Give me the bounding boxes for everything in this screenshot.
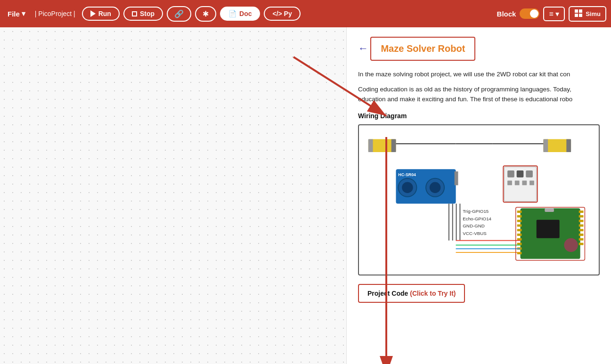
svg-rect-47 [579, 210, 584, 213]
toggle-knob [530, 9, 538, 18]
py-label: </> Py [272, 10, 292, 17]
project-label: | PicoProject | [32, 10, 78, 17]
svg-point-56 [564, 238, 578, 252]
stop-button[interactable]: Stop [123, 7, 163, 21]
bluetooth-icon: ✱ [203, 9, 209, 18]
svg-text:HC-SR04: HC-SR04 [398, 172, 416, 177]
wiring-diagram-svg: HC-SR04 Trig-GPIO15 Echo-GPIO14 GND-GND … [364, 130, 594, 268]
svg-rect-19 [455, 171, 458, 185]
click-to-try-label: (Click to Try It) [410, 290, 456, 297]
doc-file-icon: 📄 [228, 10, 236, 17]
menu-chevron-icon: ▾ [555, 10, 559, 18]
project-code-bar[interactable]: Project Code (Click to Try It) [358, 284, 465, 303]
svg-rect-42 [517, 234, 522, 236]
project-title-box: Maze Solver Robot [370, 37, 475, 61]
back-button[interactable]: ← [358, 42, 368, 55]
svg-point-16 [402, 182, 413, 193]
svg-rect-37 [517, 210, 522, 213]
run-button[interactable]: Run [82, 7, 120, 21]
svg-text:VCC-VBUS: VCC-VBUS [463, 231, 487, 236]
simu-label: Simu [586, 10, 601, 17]
svg-rect-31 [526, 170, 533, 178]
svg-rect-0 [575, 9, 578, 13]
run-label: Run [98, 10, 111, 17]
description-1: In the maze solving robot project, we wi… [358, 69, 600, 80]
svg-rect-52 [579, 234, 584, 236]
wiring-section-title: Wiring Diagram [358, 112, 600, 120]
svg-rect-48 [579, 215, 584, 218]
svg-rect-54 [579, 243, 584, 245]
svg-rect-40 [517, 224, 522, 226]
svg-point-18 [430, 182, 440, 193]
file-menu[interactable]: File ▾ [5, 8, 28, 20]
project-title: Maze Solver Robot [381, 43, 465, 54]
hamburger-icon: ≡ [549, 10, 553, 18]
doc-panel: ← Maze Solver Robot In the maze solving … [346, 27, 611, 364]
hamburger-button[interactable]: ≡ ▾ [543, 7, 565, 21]
block-toggle-area: Block [497, 8, 540, 19]
block-toggle-switch[interactable] [520, 8, 539, 19]
svg-rect-8 [543, 139, 548, 152]
stop-label: Stop [140, 10, 155, 17]
svg-rect-38 [517, 215, 522, 218]
svg-text:Echo-GPIO14: Echo-GPIO14 [463, 216, 491, 221]
svg-rect-41 [517, 229, 522, 231]
run-icon [90, 10, 96, 17]
svg-rect-29 [507, 170, 514, 178]
block-label: Block [497, 10, 516, 18]
svg-rect-55 [537, 219, 560, 238]
link-icon: 🔗 [174, 9, 184, 18]
description-2: Coding education is as old as the histor… [358, 84, 600, 105]
bluetooth-button[interactable]: ✱ [195, 6, 216, 22]
svg-rect-49 [579, 219, 584, 222]
svg-text:Trig-GPIO15: Trig-GPIO15 [463, 209, 489, 214]
svg-rect-57 [545, 208, 554, 212]
svg-rect-1 [579, 9, 582, 13]
toolbar: File ▾ | PicoProject | Run Stop 🔗 ✱ 📄 Do… [0, 0, 611, 27]
file-chevron-icon: ▾ [22, 9, 25, 18]
svg-rect-2 [575, 14, 578, 17]
py-button[interactable]: </> Py [264, 7, 300, 21]
svg-rect-30 [517, 170, 524, 178]
svg-rect-35 [530, 180, 534, 185]
svg-rect-39 [517, 219, 522, 222]
svg-text:GND-GND: GND-GND [463, 223, 485, 228]
wiring-diagram-box: HC-SR04 Trig-GPIO15 Echo-GPIO14 GND-GND … [358, 124, 600, 275]
svg-rect-6 [391, 139, 396, 152]
svg-rect-5 [368, 139, 373, 152]
svg-rect-32 [507, 180, 512, 185]
svg-rect-34 [522, 180, 527, 185]
doc-label: Doc [239, 10, 252, 17]
file-label: File [8, 10, 20, 18]
svg-rect-3 [579, 14, 582, 17]
stop-icon [132, 11, 137, 16]
dot-grid-workspace[interactable] [0, 27, 346, 364]
main-area: ← Maze Solver Robot In the maze solving … [0, 27, 611, 364]
svg-rect-51 [579, 229, 584, 231]
svg-rect-50 [579, 224, 584, 226]
project-code-label: Project Code [367, 290, 408, 297]
svg-rect-9 [566, 139, 571, 152]
link-button[interactable]: 🔗 [167, 6, 191, 22]
doc-button[interactable]: 📄 Doc [220, 7, 260, 21]
simu-grid-icon [574, 9, 583, 19]
svg-rect-33 [515, 180, 520, 185]
simu-button[interactable]: Simu [569, 6, 606, 22]
svg-rect-53 [579, 238, 584, 241]
